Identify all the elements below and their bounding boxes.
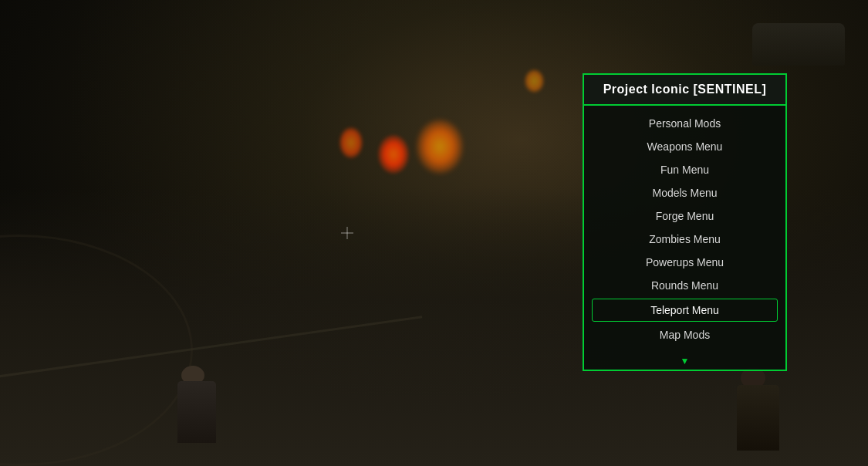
crosshair	[341, 227, 353, 239]
main-menu: Project Iconic [SENTINEL] Personal ModsW…	[583, 73, 787, 371]
character-right-body	[737, 385, 779, 451]
fire-effect-4	[525, 69, 544, 93]
menu-item-teleport-menu[interactable]: Teleport Menu	[592, 299, 778, 322]
character-right	[729, 366, 791, 451]
scroll-indicator: ▼	[584, 353, 785, 370]
fire-effect-1	[378, 135, 409, 174]
character-left	[170, 366, 224, 443]
fire-effect-2	[417, 120, 463, 174]
menu-item-forge-menu[interactable]: Forge Menu	[584, 204, 785, 228]
menu-title-bar: Project Iconic [SENTINEL]	[584, 75, 785, 106]
character-left-body	[177, 381, 216, 443]
menu-title: Project Iconic [SENTINEL]	[603, 83, 767, 96]
menu-item-rounds-menu[interactable]: Rounds Menu	[584, 274, 785, 297]
menu-items-list: Personal ModsWeapons MenuFun MenuModels …	[584, 106, 785, 353]
game-background: Project Iconic [SENTINEL] Personal ModsW…	[0, 0, 868, 466]
fire-effect-3	[339, 127, 363, 158]
menu-item-fun-menu[interactable]: Fun Menu	[584, 158, 785, 181]
menu-item-weapons-menu[interactable]: Weapons Menu	[584, 135, 785, 158]
vehicle-silhouette	[752, 23, 845, 66]
menu-item-zombies-menu[interactable]: Zombies Menu	[584, 228, 785, 251]
menu-item-powerups-menu[interactable]: Powerups Menu	[584, 251, 785, 274]
menu-item-models-menu[interactable]: Models Menu	[584, 181, 785, 204]
menu-item-personal-mods[interactable]: Personal Mods	[584, 112, 785, 135]
menu-item-map-mods[interactable]: Map Mods	[584, 323, 785, 346]
